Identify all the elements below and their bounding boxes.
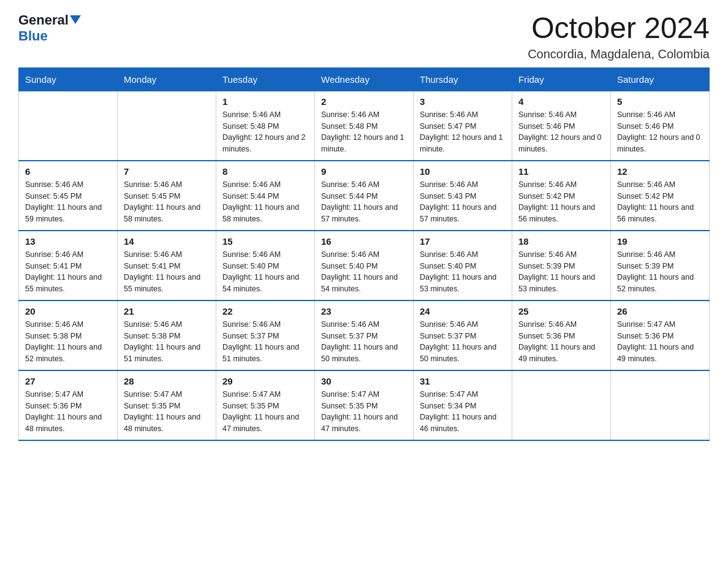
location-title: Concordia, Magdalena, Colombia: [528, 47, 710, 61]
month-title: October 2024: [528, 12, 710, 45]
calendar-week-row: 1Sunrise: 5:46 AMSunset: 5:48 PMDaylight…: [19, 91, 710, 161]
table-row: [611, 370, 710, 440]
day-info: Sunrise: 5:47 AMSunset: 5:36 PMDaylight:…: [617, 319, 703, 365]
table-row: 20Sunrise: 5:46 AMSunset: 5:38 PMDayligh…: [19, 301, 118, 370]
header-saturday: Saturday: [611, 67, 710, 91]
table-row: 9Sunrise: 5:46 AMSunset: 5:44 PMDaylight…: [315, 161, 414, 231]
table-row: [512, 370, 611, 440]
table-row: [19, 91, 118, 161]
table-row: 15Sunrise: 5:46 AMSunset: 5:40 PMDayligh…: [216, 231, 315, 301]
day-number: 21: [124, 306, 210, 316]
table-row: 4Sunrise: 5:46 AMSunset: 5:46 PMDaylight…: [512, 91, 611, 161]
table-row: 12Sunrise: 5:46 AMSunset: 5:42 PMDayligh…: [611, 161, 710, 231]
day-info: Sunrise: 5:46 AMSunset: 5:47 PMDaylight:…: [420, 109, 506, 155]
table-row: 30Sunrise: 5:47 AMSunset: 5:35 PMDayligh…: [315, 370, 414, 440]
day-number: 3: [420, 96, 506, 107]
day-number: 23: [321, 306, 407, 316]
header-monday: Monday: [118, 67, 216, 91]
header-friday: Friday: [512, 67, 611, 91]
calendar-week-row: 13Sunrise: 5:46 AMSunset: 5:41 PMDayligh…: [19, 231, 710, 301]
table-row: 6Sunrise: 5:46 AMSunset: 5:45 PMDaylight…: [19, 161, 118, 231]
table-row: 27Sunrise: 5:47 AMSunset: 5:36 PMDayligh…: [19, 370, 118, 440]
day-info: Sunrise: 5:46 AMSunset: 5:36 PMDaylight:…: [518, 319, 604, 365]
table-row: 3Sunrise: 5:46 AMSunset: 5:47 PMDaylight…: [414, 91, 512, 161]
day-number: 11: [518, 166, 604, 177]
day-info: Sunrise: 5:46 AMSunset: 5:43 PMDaylight:…: [420, 179, 506, 225]
table-row: 1Sunrise: 5:46 AMSunset: 5:48 PMDaylight…: [216, 91, 315, 161]
day-number: 6: [25, 166, 111, 177]
table-row: 7Sunrise: 5:46 AMSunset: 5:45 PMDaylight…: [118, 161, 216, 231]
day-number: 24: [420, 306, 506, 316]
day-number: 26: [617, 306, 703, 316]
table-row: 29Sunrise: 5:47 AMSunset: 5:35 PMDayligh…: [216, 370, 315, 440]
day-number: 7: [124, 166, 210, 177]
table-row: 10Sunrise: 5:46 AMSunset: 5:43 PMDayligh…: [414, 161, 512, 231]
day-info: Sunrise: 5:46 AMSunset: 5:46 PMDaylight:…: [617, 109, 703, 155]
header-thursday: Thursday: [414, 67, 512, 91]
day-info: Sunrise: 5:46 AMSunset: 5:37 PMDaylight:…: [420, 319, 506, 365]
day-info: Sunrise: 5:46 AMSunset: 5:48 PMDaylight:…: [321, 109, 407, 155]
day-info: Sunrise: 5:47 AMSunset: 5:34 PMDaylight:…: [420, 389, 506, 435]
table-row: 31Sunrise: 5:47 AMSunset: 5:34 PMDayligh…: [414, 370, 512, 440]
table-row: 26Sunrise: 5:47 AMSunset: 5:36 PMDayligh…: [611, 301, 710, 370]
calendar-week-row: 20Sunrise: 5:46 AMSunset: 5:38 PMDayligh…: [19, 301, 710, 370]
logo-triangle-icon: [70, 15, 81, 24]
table-row: 13Sunrise: 5:46 AMSunset: 5:41 PMDayligh…: [19, 231, 118, 301]
day-info: Sunrise: 5:46 AMSunset: 5:46 PMDaylight:…: [518, 109, 604, 155]
day-number: 16: [321, 236, 407, 247]
table-row: 19Sunrise: 5:46 AMSunset: 5:39 PMDayligh…: [611, 231, 710, 301]
day-number: 22: [222, 306, 308, 316]
day-info: Sunrise: 5:46 AMSunset: 5:38 PMDaylight:…: [25, 319, 111, 365]
day-info: Sunrise: 5:46 AMSunset: 5:44 PMDaylight:…: [222, 179, 308, 225]
table-row: 2Sunrise: 5:46 AMSunset: 5:48 PMDaylight…: [315, 91, 414, 161]
table-row: 16Sunrise: 5:46 AMSunset: 5:40 PMDayligh…: [315, 231, 414, 301]
table-row: 17Sunrise: 5:46 AMSunset: 5:40 PMDayligh…: [414, 231, 512, 301]
day-info: Sunrise: 5:46 AMSunset: 5:37 PMDaylight:…: [222, 319, 308, 365]
table-row: 11Sunrise: 5:46 AMSunset: 5:42 PMDayligh…: [512, 161, 611, 231]
table-row: 18Sunrise: 5:46 AMSunset: 5:39 PMDayligh…: [512, 231, 611, 301]
day-info: Sunrise: 5:46 AMSunset: 5:48 PMDaylight:…: [222, 109, 308, 155]
day-info: Sunrise: 5:46 AMSunset: 5:37 PMDaylight:…: [321, 319, 407, 365]
calendar-header-row: Sunday Monday Tuesday Wednesday Thursday…: [19, 67, 710, 91]
day-info: Sunrise: 5:46 AMSunset: 5:39 PMDaylight:…: [617, 249, 703, 295]
day-number: 19: [617, 236, 703, 247]
day-number: 15: [222, 236, 308, 247]
day-info: Sunrise: 5:46 AMSunset: 5:42 PMDaylight:…: [518, 179, 604, 225]
day-info: Sunrise: 5:46 AMSunset: 5:44 PMDaylight:…: [321, 179, 407, 225]
day-info: Sunrise: 5:47 AMSunset: 5:35 PMDaylight:…: [222, 389, 308, 435]
table-row: 25Sunrise: 5:46 AMSunset: 5:36 PMDayligh…: [512, 301, 611, 370]
logo-blue-text: Blue: [18, 28, 48, 44]
day-info: Sunrise: 5:46 AMSunset: 5:45 PMDaylight:…: [124, 179, 210, 225]
day-info: Sunrise: 5:46 AMSunset: 5:40 PMDaylight:…: [321, 249, 407, 295]
day-number: 5: [617, 96, 703, 107]
day-number: 25: [518, 306, 604, 316]
table-row: 28Sunrise: 5:47 AMSunset: 5:35 PMDayligh…: [118, 370, 216, 440]
day-info: Sunrise: 5:46 AMSunset: 5:41 PMDaylight:…: [25, 249, 111, 295]
svg-marker-0: [70, 15, 81, 24]
day-number: 13: [25, 236, 111, 247]
day-number: 30: [321, 376, 407, 386]
day-info: Sunrise: 5:46 AMSunset: 5:42 PMDaylight:…: [617, 179, 703, 225]
day-info: Sunrise: 5:47 AMSunset: 5:35 PMDaylight:…: [321, 389, 407, 435]
day-info: Sunrise: 5:46 AMSunset: 5:45 PMDaylight:…: [25, 179, 111, 225]
day-number: 8: [222, 166, 308, 177]
table-row: 22Sunrise: 5:46 AMSunset: 5:37 PMDayligh…: [216, 301, 315, 370]
table-row: [118, 91, 216, 161]
day-number: 4: [518, 96, 604, 107]
day-number: 2: [321, 96, 407, 107]
header-wednesday: Wednesday: [315, 67, 414, 91]
day-number: 17: [420, 236, 506, 247]
calendar-week-row: 27Sunrise: 5:47 AMSunset: 5:36 PMDayligh…: [19, 370, 710, 440]
logo: General Blue: [18, 12, 81, 44]
day-number: 12: [617, 166, 703, 177]
table-row: 14Sunrise: 5:46 AMSunset: 5:41 PMDayligh…: [118, 231, 216, 301]
day-number: 27: [25, 376, 111, 386]
day-info: Sunrise: 5:46 AMSunset: 5:40 PMDaylight:…: [222, 249, 308, 295]
day-info: Sunrise: 5:46 AMSunset: 5:38 PMDaylight:…: [124, 319, 210, 365]
calendar-week-row: 6Sunrise: 5:46 AMSunset: 5:45 PMDaylight…: [19, 161, 710, 231]
day-number: 29: [222, 376, 308, 386]
day-info: Sunrise: 5:47 AMSunset: 5:36 PMDaylight:…: [25, 389, 111, 435]
day-info: Sunrise: 5:46 AMSunset: 5:40 PMDaylight:…: [420, 249, 506, 295]
day-number: 1: [222, 96, 308, 107]
day-number: 10: [420, 166, 506, 177]
